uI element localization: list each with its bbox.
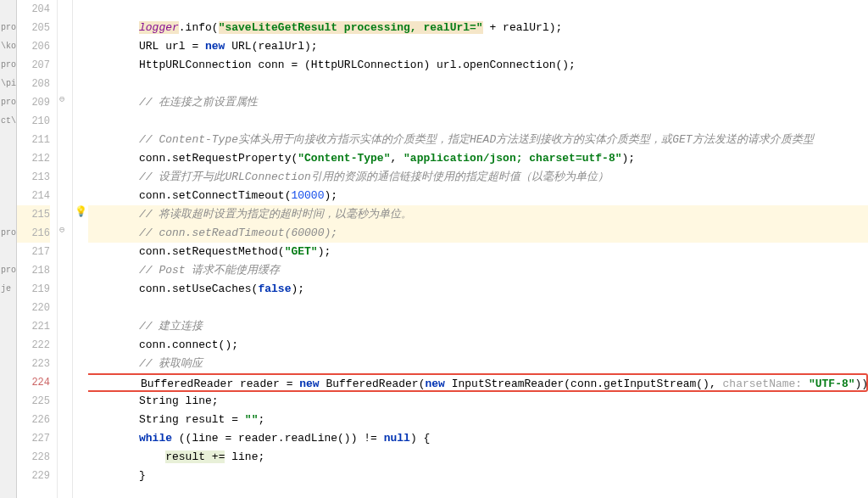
line-number[interactable]: 216 <box>17 224 50 243</box>
code-line[interactable] <box>88 112 868 131</box>
line-number[interactable]: 221 <box>17 317 50 336</box>
comment: // 建立连接 <box>139 320 203 333</box>
line-number[interactable]: 209 <box>17 93 50 112</box>
line-number[interactable]: 226 <box>17 411 50 429</box>
code-line-highlighted[interactable]: // 将读取超时设置为指定的超时时间，以毫秒为单位。 <box>88 205 868 224</box>
fold-minus-icon[interactable]: ⊖ <box>59 224 65 235</box>
code-line[interactable]: } <box>88 467 868 485</box>
line-number[interactable]: 207 <box>17 56 50 75</box>
code-line[interactable] <box>88 299 868 317</box>
string-literal: "UTF-8" <box>809 378 855 390</box>
line-number[interactable]: 212 <box>17 149 50 168</box>
editor-container: proj \ko proj \pi proj ct\ proj proj je … <box>0 0 868 498</box>
string-literal: "GET" <box>285 245 318 258</box>
code-line[interactable]: // Content-Type实体头用于向接收方指示实体的介质类型，指定HEAD… <box>88 131 868 149</box>
code-line[interactable]: logger.info("saveLiteGetResult processin… <box>88 19 868 37</box>
keyword: new <box>425 378 444 390</box>
code-line[interactable]: conn.setConnectTimeout(10000); <box>88 187 868 205</box>
keyword: new <box>205 40 225 53</box>
field-ref: logger <box>139 21 179 34</box>
line-number[interactable]: 206 <box>17 37 50 56</box>
line-number[interactable]: 220 <box>17 299 50 317</box>
line-number[interactable]: 213 <box>17 168 50 187</box>
panel-item[interactable]: proj <box>0 261 16 280</box>
code-line[interactable] <box>88 0 868 19</box>
line-number[interactable]: 223 <box>17 355 50 373</box>
project-panel[interactable]: proj \ko proj \pi proj ct\ proj proj je <box>0 0 17 498</box>
line-number[interactable]: 222 <box>17 336 50 355</box>
line-number[interactable]: 215 <box>17 205 50 224</box>
line-number[interactable]: 208 <box>17 75 50 93</box>
code-line-highlighted[interactable]: // conn.setReadTimeout(60000); <box>88 224 868 243</box>
lightbulb-icon[interactable]: 💡 <box>75 205 87 218</box>
code-line-boxed[interactable]: BufferedReader reader = new BufferedRead… <box>88 373 868 392</box>
code-line[interactable]: result += line; <box>88 448 868 467</box>
comment: // Post 请求不能使用缓存 <box>139 264 280 277</box>
comment: // 在连接之前设置属性 <box>139 96 258 109</box>
comment: // conn.setReadTimeout(60000); <box>139 227 337 239</box>
code-line[interactable]: conn.setRequestProperty("Content-Type", … <box>88 149 868 168</box>
panel-item[interactable]: proj <box>0 19 16 37</box>
panel-item[interactable] <box>0 0 16 19</box>
panel-item[interactable]: proj <box>0 93 16 112</box>
warning-highlight: result += <box>165 450 225 463</box>
code-line[interactable]: String result = ""; <box>88 411 868 429</box>
comment: // 获取响应 <box>139 357 203 370</box>
panel-item[interactable]: proj <box>0 56 16 75</box>
code-line[interactable]: String line; <box>88 392 868 411</box>
code-line[interactable]: conn.setRequestMethod("GET"); <box>88 243 868 261</box>
line-number-breakpoint[interactable]: 224 <box>17 373 50 392</box>
line-number[interactable]: 229 <box>17 467 50 485</box>
code-line[interactable]: URL url = new URL(realUrl); <box>88 37 868 56</box>
panel-item[interactable]: proj <box>0 224 16 243</box>
code-line[interactable] <box>88 75 868 93</box>
line-number-gutter[interactable]: 204 205 206 207 208 209 210 211 212 213 … <box>17 0 58 498</box>
code-line[interactable]: // 在连接之前设置属性 <box>88 93 868 112</box>
panel-item[interactable] <box>0 149 16 168</box>
line-number[interactable]: 210 <box>17 112 50 131</box>
string-literal: "" <box>245 413 259 426</box>
code-line[interactable]: // 获取响应 <box>88 355 868 373</box>
panel-item[interactable]: \pi <box>0 75 16 93</box>
code-line[interactable]: // 建立连接 <box>88 317 868 336</box>
line-number[interactable]: 228 <box>17 448 50 467</box>
panel-item[interactable] <box>0 243 16 261</box>
line-number[interactable]: 211 <box>17 131 50 149</box>
line-number[interactable]: 219 <box>17 280 50 299</box>
fold-gutter[interactable]: ⊖ ⊖ <box>58 0 73 498</box>
comment: // 将读取超时设置为指定的超时时间，以毫秒为单位。 <box>139 208 412 221</box>
comment: // 设置打开与此URLConnection引用的资源的通信链接时使用的指定超时… <box>139 171 609 183</box>
comment: // Content-Type实体头用于向接收方指示实体的介质类型，指定HEAD… <box>139 133 814 146</box>
intention-gutter: 💡 <box>73 0 88 498</box>
code-editor[interactable]: logger.info("saveLiteGetResult processin… <box>88 0 868 498</box>
string-literal: "saveLiteGetResult processing, realUrl=" <box>219 21 483 34</box>
panel-item[interactable] <box>0 205 16 224</box>
string-literal: "application/json; charset=utf-8" <box>403 152 621 165</box>
string-literal: "Content-Type" <box>298 152 390 165</box>
code-line[interactable]: // 设置打开与此URLConnection引用的资源的通信链接时使用的指定超时… <box>88 168 868 187</box>
code-line[interactable]: HttpURLConnection conn = (HttpURLConnect… <box>88 56 868 75</box>
code-line[interactable]: conn.connect(); <box>88 336 868 355</box>
keyword: null <box>384 432 410 445</box>
line-number[interactable]: 217 <box>17 243 50 261</box>
code-line[interactable]: // Post 请求不能使用缓存 <box>88 261 868 280</box>
line-number[interactable]: 205 <box>17 19 50 37</box>
fold-minus-icon[interactable]: ⊖ <box>59 93 65 104</box>
keyword: while <box>139 432 172 445</box>
parameter-hint: charsetName: <box>723 378 809 390</box>
code-line[interactable]: while ((line = reader.readLine()) != nul… <box>88 429 868 448</box>
code-line[interactable]: conn.setUseCaches(false); <box>88 280 868 299</box>
panel-item[interactable]: je <box>0 280 16 299</box>
line-number[interactable]: 204 <box>17 0 50 19</box>
keyword: false <box>258 283 291 295</box>
panel-item[interactable]: ct\ <box>0 112 16 131</box>
keyword: new <box>299 378 319 390</box>
panel-item[interactable] <box>0 131 16 149</box>
line-number[interactable]: 227 <box>17 429 50 448</box>
line-number[interactable]: 225 <box>17 392 50 411</box>
line-number[interactable]: 218 <box>17 261 50 280</box>
panel-item[interactable] <box>0 168 16 187</box>
panel-item[interactable]: \ko <box>0 37 16 56</box>
line-number[interactable]: 214 <box>17 187 50 205</box>
panel-item[interactable] <box>0 187 16 205</box>
